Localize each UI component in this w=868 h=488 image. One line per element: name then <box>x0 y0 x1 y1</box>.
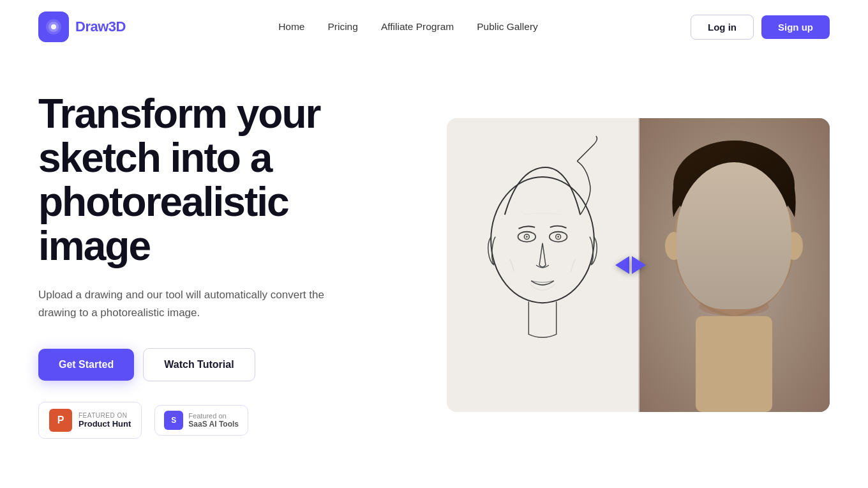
svg-point-26 <box>785 232 803 260</box>
arrow-right-icon <box>632 256 646 274</box>
signup-button[interactable]: Sign up <box>761 15 830 39</box>
svg-point-22 <box>751 233 754 236</box>
nav-links: Home Pricing Affiliate Program Public Ga… <box>278 21 538 33</box>
svg-point-7 <box>526 236 528 238</box>
svg-point-23 <box>724 266 735 273</box>
svg-point-20 <box>748 231 761 242</box>
get-started-button[interactable]: Get Started <box>38 349 134 381</box>
logo[interactable]: Draw3D <box>38 11 126 42</box>
svg-point-4 <box>491 177 594 303</box>
hero-badges: P Featured on Product Hunt S Featured on… <box>38 402 370 439</box>
svg-rect-12 <box>696 316 772 412</box>
hero-image <box>447 118 830 412</box>
svg-point-21 <box>751 233 758 240</box>
svg-point-3 <box>51 24 56 29</box>
login-button[interactable]: Log in <box>691 15 754 40</box>
svg-point-15 <box>703 230 724 243</box>
saas-text-wrap: Featured on SaaS AI Tools <box>188 412 239 429</box>
hero-section: Transform your sketch into a photorealis… <box>0 54 868 464</box>
sketch-side <box>447 118 638 412</box>
photo-svg <box>638 118 830 412</box>
hero-subtext: Upload a drawing and our tool will autom… <box>38 286 345 322</box>
svg-point-24 <box>733 266 744 273</box>
svg-point-19 <box>744 230 765 243</box>
nav-affiliate[interactable]: Affiliate Program <box>381 21 454 33</box>
logo-icon <box>38 11 69 42</box>
arrow-left-icon <box>615 256 629 274</box>
watch-tutorial-button[interactable]: Watch Tutorial <box>143 348 255 381</box>
svg-point-18 <box>710 233 713 236</box>
logo-text: Draw3D <box>75 19 126 35</box>
svg-point-17 <box>710 233 717 240</box>
svg-point-10 <box>557 236 559 238</box>
hero-right <box>383 112 830 418</box>
photo-side <box>638 118 830 412</box>
hero-left: Transform your sketch into a photorealis… <box>38 92 383 439</box>
product-hunt-badge[interactable]: P Featured on Product Hunt <box>38 402 142 439</box>
cursor-arrows <box>615 256 646 274</box>
nav-home[interactable]: Home <box>278 21 304 33</box>
product-hunt-text: Featured on Product Hunt <box>79 412 131 429</box>
navbar: Draw3D Home Pricing Affiliate Program Pu… <box>0 0 868 54</box>
nav-gallery[interactable]: Public Gallery <box>477 21 538 33</box>
product-hunt-logo: P <box>49 409 72 432</box>
hero-heading: Transform your sketch into a photorealis… <box>38 92 370 268</box>
svg-point-16 <box>707 231 720 242</box>
svg-point-25 <box>665 232 683 260</box>
saas-badge[interactable]: S Featured on SaaS AI Tools <box>154 405 248 436</box>
sketch-svg <box>456 133 629 397</box>
photo-face <box>638 118 830 412</box>
hero-buttons: Get Started Watch Tutorial <box>38 348 370 381</box>
nav-pricing[interactable]: Pricing <box>327 21 357 33</box>
nav-actions: Log in Sign up <box>691 15 830 40</box>
saas-icon: S <box>164 411 183 430</box>
